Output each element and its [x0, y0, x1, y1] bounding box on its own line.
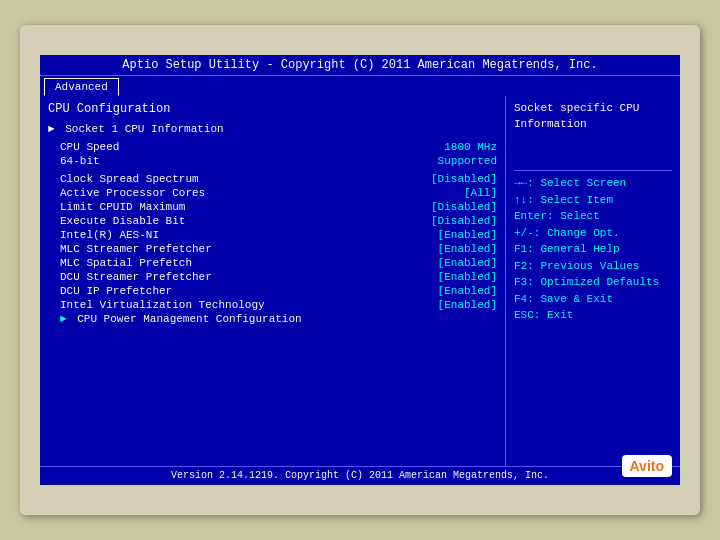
title-bar: Aptio Setup Utility - Copyright (C) 2011…: [40, 55, 680, 76]
setting-vt[interactable]: Intel Virtualization Technology [Enabled…: [48, 298, 497, 312]
content-area: CPU Configuration ► Socket 1 CPU Informa…: [40, 96, 680, 466]
footer: Version 2.14.1219. Copyright (C) 2011 Am…: [40, 466, 680, 484]
setting-dcu-ip[interactable]: DCU IP Prefetcher [Enabled]: [48, 284, 497, 298]
title-text: Aptio Setup Utility - Copyright (C) 2011…: [122, 58, 597, 72]
setting-active-cores[interactable]: Active Processor Cores [All]: [48, 186, 497, 200]
setting-clock-spread[interactable]: Clock Spread Spectrum [Disabled]: [48, 172, 497, 186]
setting-dcu-streamer[interactable]: DCU Streamer Prefetcher [Enabled]: [48, 270, 497, 284]
setting-limit-cpuid[interactable]: Limit CPUID Maximum [Disabled]: [48, 200, 497, 214]
right-panel: Socket specific CPU Information →←: Sele…: [505, 96, 680, 466]
tab-row: Advanced: [40, 76, 680, 96]
section-title: CPU Configuration: [48, 102, 497, 116]
monitor-bezel: Aptio Setup Utility - Copyright (C) 2011…: [20, 25, 700, 515]
cpu-speed-row: CPU Speed 1800 MHz: [48, 140, 497, 154]
help-text: →←: Select Screen ↑↓: Select Item Enter:…: [514, 175, 672, 324]
avito-watermark: Avito: [622, 455, 672, 477]
socket-item[interactable]: ► Socket 1 CPU Information: [48, 122, 497, 136]
setting-mlc-streamer[interactable]: MLC Streamer Prefetcher [Enabled]: [48, 242, 497, 256]
setting-power-mgmt[interactable]: ► CPU Power Management Configuration: [48, 312, 497, 326]
tab-advanced[interactable]: Advanced: [44, 78, 119, 96]
setting-aes-ni[interactable]: Intel(R) AES-NI [Enabled]: [48, 228, 497, 242]
bullet-icon: ►: [48, 123, 55, 135]
help-title-line2: Information: [514, 118, 672, 130]
submenu-arrow-icon: ►: [60, 313, 67, 325]
cpu-64bit-row: 64-bit Supported: [48, 154, 497, 168]
setting-execute-disable[interactable]: Execute Disable Bit [Disabled]: [48, 214, 497, 228]
bios-screen: Aptio Setup Utility - Copyright (C) 2011…: [40, 55, 680, 485]
left-panel: CPU Configuration ► Socket 1 CPU Informa…: [40, 96, 505, 466]
help-title-line1: Socket specific CPU: [514, 102, 672, 114]
setting-mlc-spatial[interactable]: MLC Spatial Prefetch [Enabled]: [48, 256, 497, 270]
